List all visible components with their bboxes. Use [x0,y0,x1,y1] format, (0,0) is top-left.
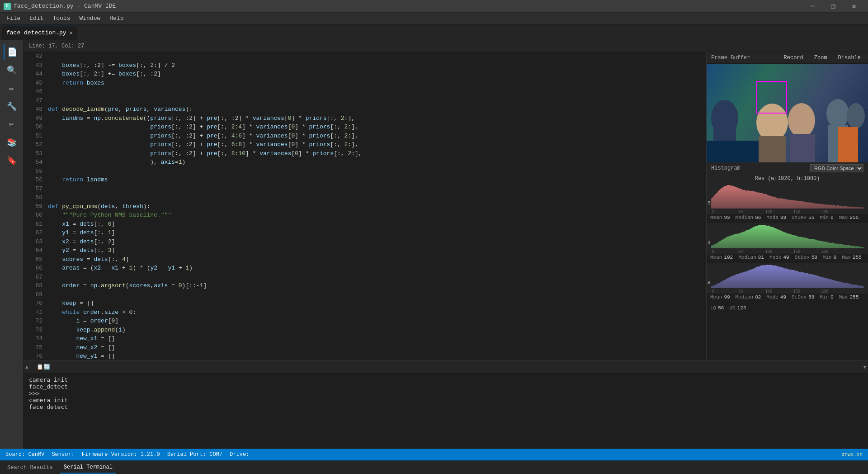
serial-icon-1[interactable]: 📋 [37,364,43,370]
blue-min: 0 [830,294,834,300]
app-icon: C [4,3,11,10]
green-histogram-wrapper: G Mean102 Median81 Mode49 StDev58 Min0 M… [707,223,868,263]
cursor-position: Line: 17, Col: 27 [29,43,84,49]
green-histogram-canvas [707,223,868,254]
red-median: 66 [755,215,761,220]
face-detection-box [756,81,787,114]
histogram-header: Histogram RGB Color Space Grayscale LAB … [707,162,868,174]
terminal-line-4: camera init [29,397,863,403]
terminal-line-2: face_detect [29,383,863,390]
menu-help[interactable]: Help [105,13,128,24]
tab-serial-terminal-icons: 📋 🔄 [32,361,55,373]
editor-right-split: 42 43 44 45 46 47 48 49 50 51 52 53 54 5… [24,52,868,360]
info-bar: Line: 17, Col: 27 [24,40,868,52]
blue-uq: 123 [737,305,746,311]
zoom-button[interactable]: Zoom [811,54,830,62]
sidebar-icon-scissors[interactable]: ✂️ [4,116,20,133]
terminal-line-1: camera init [29,376,863,383]
firmware-status: Firmware Version: 1.21.0 [82,451,160,458]
frame-buffer-header: Frame Buffer Record Zoom Disable [707,52,868,64]
status-bar-left: Board: CanMV Sensor: Firmware Version: 1… [5,451,249,458]
serial-icon-2[interactable]: 🔄 [43,364,50,370]
title-bar-left: C face_detection.py - CanMV IDE [4,3,116,10]
drive-status: Drive: [230,451,249,458]
code-content[interactable]: 42 43 44 45 46 47 48 49 50 51 52 53 54 5… [24,52,706,360]
serial-port-status: Serial Port: COM7 [167,451,222,458]
green-stdev: 58 [811,255,817,260]
restore-button[interactable]: ❐ [823,0,844,13]
tab-face-detection[interactable]: face_detection.py ✕ [2,25,78,40]
sidebar-icon-files[interactable]: 📄 [4,44,20,60]
green-mode: 49 [783,255,789,260]
menu-bar: File Edit Tools Window Help [0,13,868,24]
blue-max: 255 [849,294,859,300]
red-min: 0 [830,215,834,220]
code-lines[interactable]: boxes[:, :2] -= boxes[:, 2:] / 2 boxes[:… [46,52,706,360]
blue-histogram-wrapper: B Mean99 Median82 Mode49 StDev58 Min0 Ma… [707,263,868,303]
frame-buffer-label: Frame Buffer [711,55,750,61]
sidebar-icon-layers[interactable]: 📚 [4,134,20,151]
board-status: Board: CanMV [5,451,44,458]
green-mean: 102 [724,255,733,260]
red-channel-label: R [708,201,710,206]
search-results-tab[interactable]: Search Results [4,462,57,474]
tab-bar: face_detection.py ✕ [0,24,868,40]
terminal-content[interactable]: camera init face_detect >>> camera init … [24,374,868,449]
bottom-bar: Search Results Serial Terminal [0,460,868,474]
watermark: znwx.cn [842,452,863,457]
serial-terminal-tab[interactable]: Serial Terminal [60,462,116,474]
menu-tools[interactable]: Tools [48,13,75,24]
sidebar: 📄 🔍 ✏️ 🔧 ✂️ 📚 🔖 [0,40,24,449]
menu-file[interactable]: File [2,13,25,24]
line-numbers: 42 43 44 45 46 47 48 49 50 51 52 53 54 5… [24,52,46,360]
window-title: face_detection.py - CanMV IDE [14,3,116,9]
frame-image [707,64,868,162]
red-histogram-wrapper: R Mean93 Median66 Mode33 StDev55 Min0 Ma… [707,183,868,223]
sidebar-icon-bookmark[interactable]: 🔖 [4,152,20,169]
green-max: 255 [853,255,862,260]
resolution-label: Res (w:1920, h:1080) [707,174,868,183]
red-mode: 33 [780,215,786,220]
main-content: 📄 🔍 ✏️ 🔧 ✂️ 📚 🔖 Line: 17, Col: 27 42 43 … [0,40,868,449]
blue-mean: 99 [724,294,730,300]
menu-edit[interactable]: Edit [25,13,48,24]
sidebar-icon-edit[interactable]: ✏️ [4,80,20,96]
title-bar-controls: ─ ❐ ✕ [802,0,864,13]
status-bar: Board: CanMV Sensor: Firmware Version: 1… [0,449,868,460]
histogram-section: Histogram RGB Color Space Grayscale LAB … [707,162,868,360]
blue-channel-stats: Mean99 Median82 Mode49 StDev58 Min0 Max2… [707,294,868,312]
color-space-select[interactable]: RGB Color Space Grayscale LAB Color Spac… [810,164,863,172]
red-histogram-canvas [707,183,868,214]
green-median: 81 [758,255,764,260]
sidebar-icon-tools[interactable]: 🔧 [4,98,20,114]
green-channel-label: G [708,241,710,246]
terminal-line-3: >>> [29,390,863,397]
bottom-panel: ▲ 📋 🔄 ▼ camera init face_detect >>> came… [24,360,868,449]
red-stdev: 55 [808,215,814,220]
sidebar-icon-search[interactable]: 🔍 [4,62,20,78]
blue-median: 82 [755,294,761,300]
panel-collapse-icon[interactable]: ▲ [25,365,28,370]
green-min: 0 [834,255,837,260]
scene-canvas [707,64,868,162]
red-max: 255 [849,215,859,220]
menu-window[interactable]: Window [75,13,105,24]
tab-close-icon[interactable]: ✕ [69,29,73,37]
bottom-tab-bar: ▲ 📋 🔄 ▼ [24,361,868,374]
tab-label: face_detection.py [6,29,66,36]
terminal-line-5: face_detect [29,403,863,410]
sensor-status: Sensor: [52,451,74,458]
blue-stdev: 58 [808,294,814,300]
minimize-button[interactable]: ─ [802,0,823,13]
close-button[interactable]: ✕ [844,0,864,13]
panel-expand-icon[interactable]: ▼ [863,365,866,370]
record-button[interactable]: Record [781,54,806,62]
blue-mode: 49 [780,294,786,300]
code-editor[interactable]: 42 43 44 45 46 47 48 49 50 51 52 53 54 5… [24,52,706,360]
red-mean: 93 [724,215,730,220]
disable-button[interactable]: Disable [835,54,863,62]
editor-container: Line: 17, Col: 27 42 43 44 45 46 47 48 4… [24,40,868,449]
blue-channel-label: B [708,280,710,285]
status-bar-right: znwx.cn [842,452,863,457]
blue-lq: 58 [718,305,724,311]
